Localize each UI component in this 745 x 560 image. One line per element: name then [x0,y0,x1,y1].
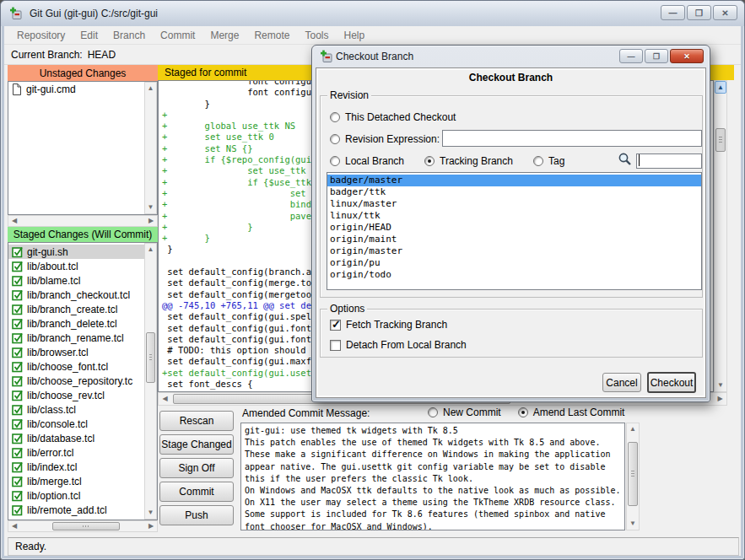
staged-file-row[interactable]: lib/branch_delete.tcl [8,316,144,331]
scrollbar-thumb[interactable] [715,128,726,152]
checkbox-detach-from-local-branch[interactable]: Detach From Local Branch [330,339,467,351]
unstaged-file-row[interactable]: git-gui.cmd [8,82,157,96]
scroll-down-icon[interactable]: ▼ [627,518,639,530]
staged-file-row[interactable]: lib/blame.tcl [8,273,144,288]
rescan-button[interactable]: Rescan [159,411,234,431]
scroll-right-icon[interactable]: ▶ [714,393,726,405]
branch-list-item[interactable]: origin/pu [327,257,701,269]
staged-file-row[interactable]: lib/about.tcl [8,259,144,273]
commit-message-box[interactable]: git-gui: use themed tk widgets with Tk 8… [240,423,625,530]
menu-merge[interactable]: Merge [202,27,246,44]
staged-file-row[interactable]: lib/choose_rev.tcl [8,388,144,402]
scroll-left-icon[interactable]: ◀ [159,393,171,405]
scroll-up-icon[interactable]: ▲ [715,81,726,94]
branch-list-item[interactable]: origin/maint [327,234,701,245]
maximize-button[interactable]: ❐ [687,5,711,20]
dialog-close-button[interactable]: ✕ [670,49,704,63]
staged-file-row[interactable]: lib/branch_checkout.tcl [8,288,144,302]
dialog-maximize-button[interactable]: ❐ [645,49,668,63]
branch-list-item[interactable]: linux/ttk [327,210,701,222]
scroll-down-icon[interactable]: ▼ [715,379,726,391]
unstaged-hscrollbar[interactable]: ◀ ▶ [8,215,158,227]
staged-file-list[interactable]: git-gui.shlib/about.tcllib/blame.tcllib/… [8,242,158,520]
menu-commit[interactable]: Commit [153,27,202,44]
revision-expression-input[interactable] [442,130,702,147]
checkbox-icon[interactable] [330,340,341,351]
scroll-down-icon[interactable]: ▼ [145,202,156,213]
scroll-left-icon[interactable]: ◀ [8,216,20,226]
radio-icon[interactable] [533,156,543,166]
menu-remote[interactable]: Remote [246,27,297,44]
branch-list-item[interactable]: badger/master [327,175,701,186]
radio-new-commit[interactable]: New Commit [428,407,501,418]
checkbox-icon[interactable] [330,320,341,331]
checkout-button[interactable]: Checkout [647,372,696,393]
radio-local-branch[interactable]: Local Branch [330,155,404,167]
branch-filter-input[interactable] [636,153,702,169]
scrollbar-thumb[interactable] [52,522,120,530]
checkbox-fetch-tracking-branch[interactable]: Fetch Tracking Branch [330,319,447,331]
radio-icon[interactable] [428,407,438,417]
scrollbar-thumb[interactable] [146,332,155,383]
radio-icon[interactable] [330,156,340,166]
staged-file-row[interactable]: lib/remote_add.tcl [8,503,144,517]
staged-file-row[interactable]: lib/error.tcl [8,445,144,460]
scroll-up-icon[interactable]: ▲ [627,423,639,435]
menu-branch[interactable]: Branch [105,27,153,44]
commit-vscrollbar[interactable]: ▲ ▼ [626,423,640,530]
radio-icon[interactable] [424,156,435,166]
branch-list-item[interactable]: origin/HEAD [327,222,701,234]
menu-repository[interactable]: Repository [9,27,73,44]
scroll-right-icon[interactable]: ▶ [145,216,157,226]
radio-revision-expression[interactable]: Revision Expression: [330,133,440,145]
close-button[interactable]: ✕ [713,5,737,20]
staged-file-row[interactable]: lib/console.tcl [8,417,144,431]
staged-file-row[interactable]: lib/class.tcl [8,402,144,417]
staged-file-row[interactable]: git-gui.sh [8,245,144,259]
scroll-up-icon[interactable]: ▲ [145,244,156,256]
staged-file-row[interactable]: lib/browser.tcl [8,345,144,359]
minimize-button[interactable]: — [661,5,685,20]
staged-vscrollbar[interactable]: ▲ ▼ [144,243,157,520]
unstaged-vscrollbar[interactable]: ▲ ▼ [144,82,157,214]
staged-file-row[interactable]: lib/database.tcl [8,431,144,445]
unstaged-file-list[interactable]: git-gui.cmd ▲ ▼ [8,81,158,215]
staged-file-row[interactable]: lib/option.tcl [8,488,144,503]
radio-tracking-branch[interactable]: Tracking Branch [424,155,513,167]
staged-file-row[interactable]: lib/index.tcl [8,460,144,474]
dialog-titlebar[interactable]: Checkout Branch — ❐ ✕ [312,46,710,67]
radio-icon[interactable] [330,134,340,144]
radio-tag[interactable]: Tag [533,155,564,167]
scrollbar-thumb[interactable] [628,442,638,506]
push-button[interactable]: Push [159,505,234,525]
staged-file-row[interactable]: lib/branch_create.tcl [8,302,144,316]
stage-changed-button[interactable]: Stage Changed [159,434,234,455]
staged-file-row[interactable]: lib/branch_rename.tcl [8,331,144,345]
staged-file-row[interactable]: lib/merge.tcl [8,474,144,488]
staged-file-row[interactable]: lib/choose_repository.tc [8,374,144,388]
main-titlebar[interactable]: Git Gui (git-gui) C:/src/git-gui — ❐ ✕ [1,1,744,26]
cancel-button[interactable]: Cancel [602,373,641,392]
radio-icon[interactable] [518,407,528,417]
radio-amend-last-commit[interactable]: Amend Last Commit [518,407,625,418]
branch-list-item[interactable]: origin/master [327,245,701,257]
staged-hscrollbar[interactable]: ◀ ▶ [8,520,158,532]
menu-tools[interactable]: Tools [297,27,336,44]
staged-file-row[interactable]: lib/choose_font.tcl [8,359,144,374]
scroll-left-icon[interactable]: ◀ [8,521,20,531]
radio-detached-checkout[interactable]: This Detached Checkout [330,111,456,123]
branch-list-item[interactable]: badger/ttk [327,186,701,198]
dialog-minimize-button[interactable]: — [619,49,643,63]
scroll-down-icon[interactable]: ▼ [145,507,156,519]
branch-list-item[interactable]: origin/todo [327,269,701,281]
branch-filter-field[interactable] [636,153,702,168]
commit-button[interactable]: Commit [159,482,234,502]
menu-edit[interactable]: Edit [73,27,105,44]
radio-icon[interactable] [330,112,340,122]
sign-off-button[interactable]: Sign Off [159,458,234,478]
branch-list[interactable]: badger/masterbadger/ttklinux/masterlinux… [327,172,702,290]
menu-help[interactable]: Help [336,27,372,44]
branch-list-item[interactable]: linux/master [327,198,701,210]
scroll-up-icon[interactable]: ▲ [145,83,156,94]
diff-vscrollbar[interactable]: ▲ ▼ [714,80,727,392]
